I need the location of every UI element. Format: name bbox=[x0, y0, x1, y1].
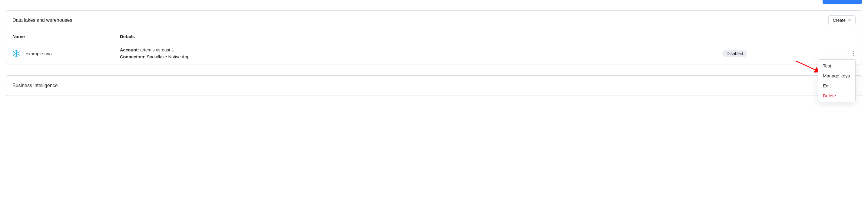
dropdown-item-test[interactable]: Test bbox=[818, 61, 855, 71]
svg-line-7 bbox=[796, 61, 820, 72]
panel-header: Data lakes and warehouses Create bbox=[6, 10, 862, 30]
svg-point-5 bbox=[852, 55, 854, 56]
data-lakes-panel: Data lakes and warehouses Create Name De… bbox=[6, 10, 862, 64]
account-label: Account: bbox=[120, 47, 139, 52]
create-button[interactable]: Create bbox=[828, 15, 856, 25]
panel-title: Data lakes and warehouses bbox=[12, 18, 72, 23]
panel-header: Business intelligence bbox=[6, 76, 862, 96]
status-badge: Disabled bbox=[722, 50, 747, 57]
name-cell: example-sna bbox=[12, 49, 120, 58]
row-name: example-sna bbox=[26, 51, 52, 56]
table-row: example-sna Account: artemis.us-east-1 C… bbox=[6, 43, 862, 64]
actions-dropdown: Test Manage keys Edit Delete bbox=[818, 59, 856, 102]
connection-label: Connection: bbox=[120, 55, 146, 59]
svg-point-3 bbox=[852, 51, 854, 52]
details-cell: Account: artemis.us-east-1 Connection: S… bbox=[120, 46, 722, 61]
primary-button-fragment[interactable] bbox=[823, 0, 862, 4]
table-header: Name Details bbox=[6, 30, 862, 43]
panel-title: Business intelligence bbox=[12, 83, 856, 88]
snowflake-icon bbox=[12, 49, 20, 58]
column-header-name: Name bbox=[12, 34, 120, 39]
dropdown-item-delete[interactable]: Delete bbox=[818, 91, 855, 101]
row-actions-button[interactable] bbox=[851, 49, 856, 58]
svg-point-4 bbox=[852, 53, 854, 54]
connection-value: Snowflake Native App bbox=[147, 55, 190, 59]
create-button-label: Create bbox=[833, 18, 845, 23]
chevron-down-icon bbox=[848, 19, 851, 21]
business-intelligence-panel: Business intelligence bbox=[6, 75, 862, 96]
column-header-details: Details bbox=[120, 34, 722, 39]
account-value: artemis.us-east-1 bbox=[140, 47, 174, 52]
dropdown-item-manage-keys[interactable]: Manage keys bbox=[818, 71, 855, 81]
kebab-icon bbox=[852, 51, 854, 56]
dropdown-item-edit[interactable]: Edit bbox=[818, 81, 855, 91]
status-cell: Disabled bbox=[722, 50, 837, 57]
